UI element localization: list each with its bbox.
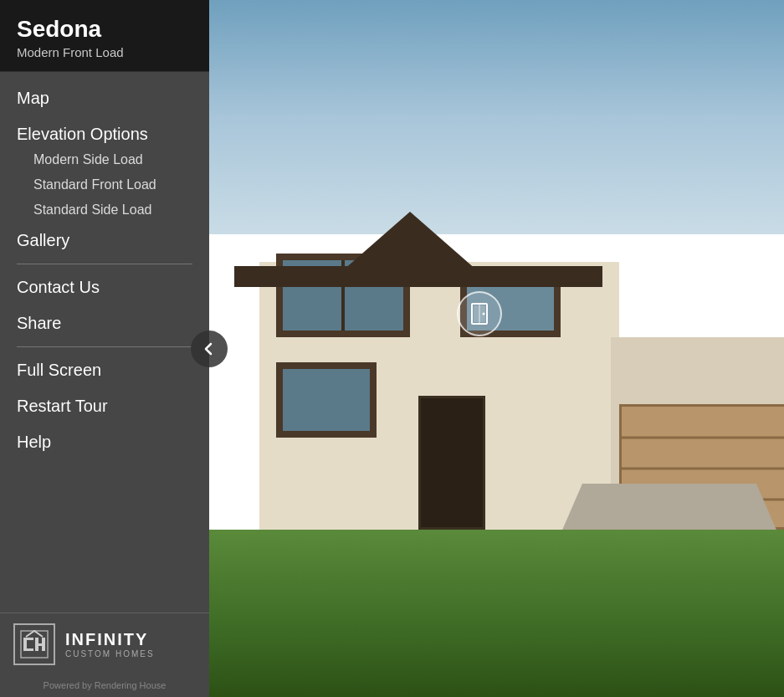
roof-overhang bbox=[234, 266, 602, 287]
sidebar-item-restart[interactable]: Restart Tour bbox=[0, 388, 209, 424]
svg-rect-3 bbox=[23, 648, 33, 651]
door-hotspot[interactable] bbox=[457, 291, 502, 336]
logo-sub: CUSTOM HOMES bbox=[65, 649, 155, 659]
gable-triangle bbox=[343, 212, 477, 270]
logo-svg bbox=[19, 629, 49, 659]
sidebar-header: Sedona Modern Front Load bbox=[0, 0, 209, 72]
sidebar-item-standard-front-load[interactable]: Standard Front Load bbox=[0, 172, 209, 197]
logo-icon bbox=[13, 623, 55, 665]
sidebar-item-share[interactable]: Share bbox=[0, 305, 209, 341]
sidebar-nav: Map Elevation Options Modern Side Load S… bbox=[0, 72, 209, 612]
door-icon bbox=[468, 302, 491, 325]
page-title: Sedona bbox=[17, 15, 192, 44]
powered-by-text: Powered by Rendering House bbox=[0, 675, 209, 697]
chevron-left-icon bbox=[202, 342, 216, 356]
sidebar-item-gallery[interactable]: Gallery bbox=[0, 223, 209, 259]
nav-divider-1 bbox=[17, 264, 192, 264]
svg-point-13 bbox=[482, 312, 484, 315]
grass-area bbox=[209, 530, 784, 697]
svg-rect-2 bbox=[23, 638, 33, 640]
driveway bbox=[561, 484, 778, 534]
sidebar-item-fullscreen[interactable]: Full Screen bbox=[0, 352, 209, 388]
svg-rect-6 bbox=[35, 643, 45, 646]
front-door-area bbox=[402, 362, 502, 530]
main-scene bbox=[209, 0, 784, 697]
logo-brand: INFINITY bbox=[65, 630, 155, 649]
sidebar-footer: INFINITY CUSTOM HOMES bbox=[0, 612, 209, 675]
sky bbox=[209, 0, 784, 234]
front-door bbox=[418, 396, 485, 530]
sidebar-item-modern-side-load[interactable]: Modern Side Load bbox=[0, 147, 209, 172]
sidebar-item-map[interactable]: Map bbox=[0, 80, 209, 116]
sidebar-item-contact[interactable]: Contact Us bbox=[0, 269, 209, 305]
logo-text: INFINITY CUSTOM HOMES bbox=[65, 630, 155, 659]
sidebar-item-help[interactable]: Help bbox=[0, 424, 209, 460]
page-subtitle: Modern Front Load bbox=[17, 45, 192, 59]
nav-toggle-button[interactable] bbox=[191, 331, 228, 367]
sidebar: Sedona Modern Front Load Map Elevation O… bbox=[0, 0, 209, 697]
sidebar-section-elevation: Elevation Options bbox=[0, 116, 209, 147]
nav-divider-2 bbox=[17, 346, 192, 347]
lower-window bbox=[276, 362, 377, 438]
sidebar-item-standard-side-load[interactable]: Standard Side Load bbox=[0, 197, 209, 223]
